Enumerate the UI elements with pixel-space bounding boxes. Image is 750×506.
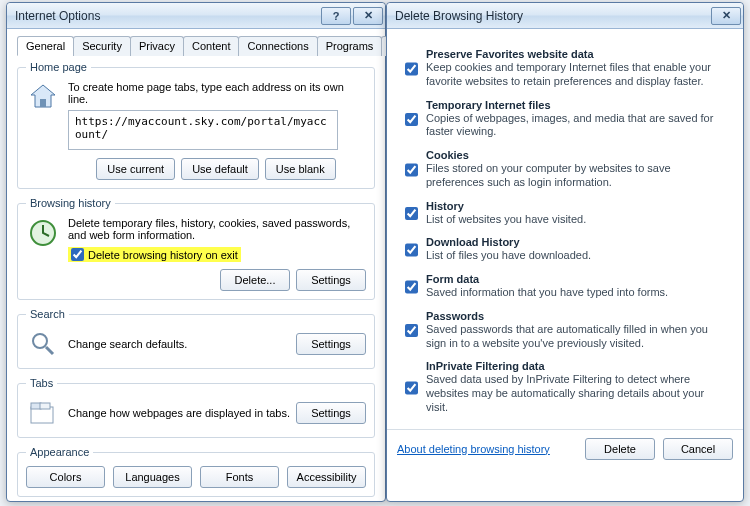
window-body: General Security Privacy Content Connect…: [7, 29, 385, 506]
del-desc: List of files you have downloaded.: [426, 249, 591, 263]
tab-general[interactable]: General: [17, 36, 74, 56]
about-link[interactable]: About deleting browsing history: [397, 443, 550, 455]
fonts-button[interactable]: Fonts: [200, 466, 279, 488]
del-label: Temporary Internet files: [426, 99, 725, 111]
cancel-button[interactable]: Cancel: [663, 438, 733, 460]
tabs-icon: [27, 397, 59, 429]
del-desc: Saved passwords that are automatically f…: [426, 323, 725, 351]
appearance-group: Appearance Colors Languages Fonts Access…: [17, 446, 375, 497]
del-item-cookies: Cookies Files stored on your computer by…: [405, 149, 725, 190]
del-check-downloads[interactable]: [405, 237, 418, 263]
homepage-intro: To create home page tabs, type each addr…: [68, 81, 366, 105]
svg-line-4: [46, 347, 53, 354]
search-settings-button[interactable]: Settings: [296, 333, 366, 355]
close-button[interactable]: ✕: [353, 7, 383, 25]
del-item-downloads: Download History List of files you have …: [405, 236, 725, 263]
del-item-passwords: Passwords Saved passwords that are autom…: [405, 310, 725, 351]
del-item-inprivate: InPrivate Filtering data Saved data used…: [405, 360, 725, 414]
del-desc: List of websites you have visited.: [426, 213, 586, 227]
close-button[interactable]: ✕: [711, 7, 741, 25]
del-check-passwords[interactable]: [405, 311, 418, 351]
del-label: Passwords: [426, 310, 725, 322]
tabs-intro: Change how webpages are displayed in tab…: [68, 407, 296, 419]
window-title: Delete Browsing History: [395, 9, 709, 23]
del-check-history[interactable]: [405, 201, 418, 227]
search-intro: Change search defaults.: [68, 338, 296, 350]
tab-content[interactable]: Content: [183, 36, 240, 56]
clock-globe-icon: [27, 217, 59, 249]
svg-rect-1: [40, 99, 46, 107]
delete-history-footer: About deleting browsing history Delete C…: [387, 429, 743, 468]
tab-connections[interactable]: Connections: [238, 36, 317, 56]
titlebar: Delete Browsing History ✕: [387, 3, 743, 29]
history-delete-button[interactable]: Delete...: [220, 269, 290, 291]
search-legend: Search: [26, 308, 69, 320]
del-desc: Files stored on your computer by website…: [426, 162, 725, 190]
del-check-inprivate[interactable]: [405, 361, 418, 414]
search-group: Search Change search defaults. Settings: [17, 308, 375, 369]
delete-history-window: Delete Browsing History ✕ Preserve Favor…: [386, 2, 744, 502]
homepage-legend: Home page: [26, 61, 91, 73]
tab-privacy[interactable]: Privacy: [130, 36, 184, 56]
del-label: History: [426, 200, 586, 212]
del-label: Cookies: [426, 149, 725, 161]
delete-on-exit-highlight: Delete browsing history on exit: [68, 247, 241, 262]
use-current-button[interactable]: Use current: [96, 158, 175, 180]
svg-rect-7: [40, 403, 50, 409]
delete-button[interactable]: Delete: [585, 438, 655, 460]
history-settings-button[interactable]: Settings: [296, 269, 366, 291]
tabs-legend: Tabs: [26, 377, 57, 389]
homepage-input[interactable]: [68, 110, 338, 150]
colors-button[interactable]: Colors: [26, 466, 105, 488]
del-desc: Keep cookies and temporary Internet file…: [426, 61, 725, 89]
del-label: Preserve Favorites website data: [426, 48, 725, 60]
use-blank-button[interactable]: Use blank: [265, 158, 336, 180]
del-item-formdata: Form data Saved information that you hav…: [405, 273, 725, 300]
del-check-cookies[interactable]: [405, 150, 418, 190]
del-desc: Saved data used by InPrivate Filtering t…: [426, 373, 725, 414]
tab-programs[interactable]: Programs: [317, 36, 383, 56]
delete-history-body: Preserve Favorites website data Keep coo…: [387, 29, 743, 429]
tabs-group: Tabs Change how webpages are displayed i…: [17, 377, 375, 438]
delete-on-exit-label: Delete browsing history on exit: [88, 249, 238, 261]
window-title: Internet Options: [15, 9, 319, 23]
titlebar: Internet Options ? ✕: [7, 3, 385, 29]
history-legend: Browsing history: [26, 197, 115, 209]
del-label: Download History: [426, 236, 591, 248]
history-group: Browsing history Delete temporary files,…: [17, 197, 375, 300]
magnifier-icon: [27, 328, 59, 360]
del-check-temp[interactable]: [405, 100, 418, 140]
del-item-favorites: Preserve Favorites website data Keep coo…: [405, 48, 725, 89]
tab-strip: General Security Privacy Content Connect…: [17, 35, 375, 56]
languages-button[interactable]: Languages: [113, 466, 192, 488]
del-label: Form data: [426, 273, 668, 285]
del-item-history: History List of websites you have visite…: [405, 200, 725, 227]
svg-point-3: [33, 334, 47, 348]
del-check-formdata[interactable]: [405, 274, 418, 300]
delete-on-exit-checkbox[interactable]: [71, 248, 84, 261]
use-default-button[interactable]: Use default: [181, 158, 259, 180]
help-button[interactable]: ?: [321, 7, 351, 25]
internet-options-window: Internet Options ? ✕ General Security Pr…: [6, 2, 386, 502]
del-desc: Copies of webpages, images, and media th…: [426, 112, 725, 140]
appearance-legend: Appearance: [26, 446, 93, 458]
homepage-group: Home page To create home page tabs, type…: [17, 61, 375, 189]
tabs-settings-button[interactable]: Settings: [296, 402, 366, 424]
tab-security[interactable]: Security: [73, 36, 131, 56]
del-item-temp: Temporary Internet files Copies of webpa…: [405, 99, 725, 140]
house-icon: [27, 81, 59, 113]
accessibility-button[interactable]: Accessibility: [287, 466, 366, 488]
del-check-favorites[interactable]: [405, 49, 418, 89]
del-desc: Saved information that you have typed in…: [426, 286, 668, 300]
history-intro: Delete temporary files, history, cookies…: [68, 217, 366, 241]
del-label: InPrivate Filtering data: [426, 360, 725, 372]
